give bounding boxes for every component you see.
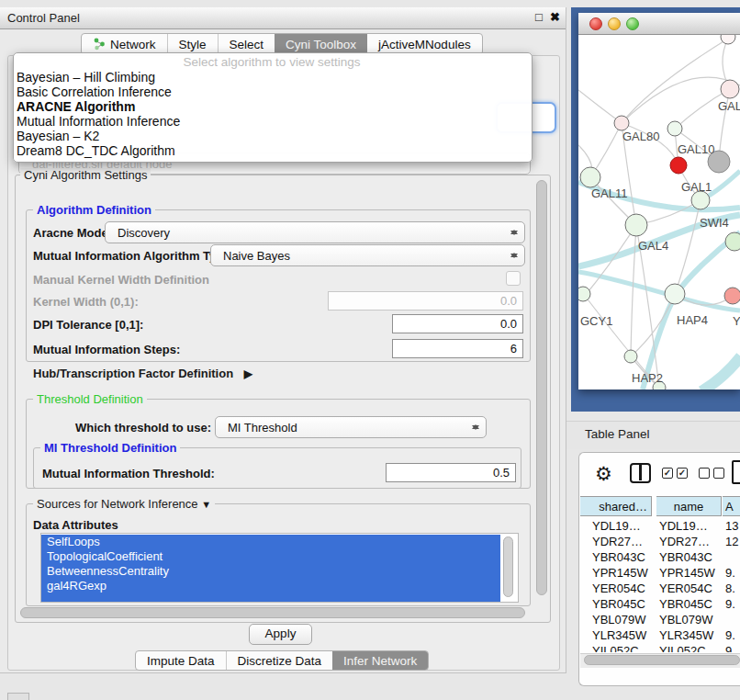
node-label-partial: GAL	[718, 99, 740, 113]
dropdown-item[interactable]: Mutual Information Inference	[17, 114, 180, 129]
network-node-red[interactable]	[670, 157, 687, 174]
cell-partial[interactable]: YIL052C	[592, 644, 639, 652]
close-window-icon[interactable]: ✖	[550, 10, 560, 24]
cell[interactable]: YER054C	[592, 581, 645, 595]
cell[interactable]: YER054C	[659, 581, 712, 595]
attribute-item[interactable]: SelfLoops	[41, 535, 500, 549]
unchecked-checkbox-icon[interactable]	[713, 468, 724, 479]
minimize-traffic-icon[interactable]	[608, 17, 621, 30]
cell[interactable]: 13	[725, 519, 738, 533]
dropdown-item[interactable]: Bayesian – Hill Climbing	[17, 70, 155, 85]
network-node-gal10[interactable]	[667, 121, 682, 136]
network-node-salmon[interactable]	[724, 288, 740, 304]
network-icon	[93, 38, 106, 51]
network-node-gcy1[interactable]	[578, 287, 590, 301]
node-label-partial: Y	[733, 314, 740, 328]
split-columns-icon[interactable]	[630, 463, 651, 483]
dropdown-item[interactable]: Basic Correlation Inference	[17, 85, 172, 99]
horizontal-scrollbar[interactable]	[20, 607, 525, 618]
cell[interactable]: YDL19…	[592, 519, 641, 533]
cell[interactable]: YLR345W	[592, 628, 646, 642]
node-label: SWI4	[700, 216, 729, 230]
control-panel-titlebar[interactable]	[0, 7, 566, 29]
gear-icon[interactable]: ⚙	[595, 464, 612, 483]
checked-checkbox-icon[interactable]: ✓	[677, 468, 688, 479]
vertical-scrollbar[interactable]	[536, 180, 547, 595]
dropdown-item[interactable]: Dream8 DC_TDC Algorithm	[17, 143, 175, 158]
cell[interactable]: YBR043C	[592, 550, 645, 564]
manual-kernel-checkbox[interactable]	[506, 271, 521, 286]
network-node[interactable]	[721, 80, 739, 98]
network-node-gal11[interactable]	[580, 167, 600, 187]
mi-steps-field[interactable]: 6	[392, 339, 523, 358]
network-node[interactable]	[725, 232, 740, 251]
kernel-width-label: Kernel Width (0,1):	[33, 295, 139, 309]
attribute-item[interactable]: BetweennessCentrality	[41, 564, 500, 579]
column-header-partial[interactable]: A	[723, 496, 740, 516]
close-traffic-icon[interactable]	[589, 17, 602, 30]
cell[interactable]: YDR27…	[592, 535, 643, 548]
cell[interactable]: YLR345W	[659, 628, 713, 642]
kernel-width-field[interactable]: 0.0	[328, 291, 523, 310]
network-node-gal4[interactable]	[625, 214, 647, 236]
tab-style[interactable]: Style	[167, 34, 218, 54]
cell[interactable]: YBL079W	[659, 613, 713, 627]
sources-title[interactable]: Sources for Network Inference ▼	[33, 497, 215, 511]
which-threshold-combo[interactable]: MI Threshold	[215, 416, 487, 438]
attribute-item[interactable]: gal4RGexp	[41, 579, 500, 593]
network-edges	[578, 35, 740, 390]
cell[interactable]: YPR145W	[659, 566, 715, 580]
checked-checkbox-icon[interactable]: ✓	[662, 468, 673, 479]
cell-partial[interactable]: 9.	[725, 644, 735, 652]
document-icon[interactable]	[732, 460, 740, 484]
cell[interactable]: YDL19…	[659, 519, 708, 533]
cell[interactable]: 9.	[725, 597, 735, 611]
cell[interactable]: YBR045C	[659, 597, 712, 611]
attribute-item[interactable]: TopologicalCoefficient	[41, 549, 500, 564]
cell[interactable]: YBR045C	[592, 597, 645, 611]
node-label: GAL80	[622, 130, 659, 143]
aracne-mode-combo[interactable]: Discovery	[105, 221, 525, 243]
cell[interactable]: YBR043C	[659, 550, 712, 564]
table-hscroll-thumb[interactable]	[584, 655, 740, 665]
network-node-gal80[interactable]	[614, 116, 629, 130]
apply-button[interactable]: Apply	[249, 624, 312, 645]
dropdown-item-selected[interactable]: ARACNE Algorithm	[17, 99, 135, 114]
network-node-hap2[interactable]	[624, 350, 637, 363]
cell[interactable]: 8.	[725, 581, 735, 595]
list-scrollbar[interactable]	[503, 536, 513, 597]
cell[interactable]: 9.	[725, 566, 735, 580]
cell[interactable]: 9.	[725, 628, 735, 642]
node-label: GAL4	[638, 239, 668, 253]
node-label: GAL10	[678, 142, 714, 156]
unchecked-checkbox-icon[interactable]	[699, 468, 710, 479]
cell[interactable]: YPR145W	[592, 566, 648, 580]
dpi-tolerance-field[interactable]: 0.0	[392, 314, 523, 333]
tab-impute-data[interactable]: Impute Data	[136, 651, 226, 670]
cell[interactable]: YDR27…	[659, 535, 710, 548]
network-node-hap4[interactable]	[665, 284, 685, 304]
tab-cyni-toolbox[interactable]: Cyni Toolbox	[275, 34, 367, 54]
column-header-shared[interactable]: shared…	[580, 496, 652, 516]
cell[interactable]: YBL079W	[592, 613, 646, 627]
mi-type-combo[interactable]: Naive Bayes	[210, 244, 525, 266]
network-node[interactable]	[721, 35, 735, 44]
tab-network[interactable]: Network	[82, 34, 167, 54]
tab-jactivemnodules[interactable]: jActiveMNodules	[367, 34, 482, 54]
cell[interactable]: 12	[725, 535, 738, 548]
float-window-icon[interactable]: □	[535, 10, 543, 24]
zoom-traffic-icon[interactable]	[626, 17, 639, 30]
tab-infer-network[interactable]: Infer Network	[332, 651, 428, 670]
tab-discretize-data[interactable]: Discretize Data	[226, 651, 333, 670]
dropdown-item[interactable]: Bayesian – K2	[17, 129, 99, 143]
mi-threshold-field[interactable]: 0.5	[386, 463, 516, 482]
network-node-gal1[interactable]	[691, 191, 710, 209]
attribute-item-partial[interactable]	[41, 593, 500, 602]
tab-select[interactable]: Select	[218, 34, 275, 54]
cell-partial[interactable]: YIL052C	[659, 644, 706, 652]
hub-definition-expander[interactable]: Hub/Transcription Factor Definition ▶	[33, 367, 252, 380]
network-canvas[interactable]: GAL80 GAL10 GAL1 GAL11 SWI4 GAL4 GCY1 HA…	[578, 35, 740, 390]
cyni-settings-title: Cyni Algorithm Settings	[20, 168, 151, 182]
column-header-name[interactable]: name	[656, 496, 722, 516]
network-window-titlebar[interactable]	[578, 13, 740, 35]
